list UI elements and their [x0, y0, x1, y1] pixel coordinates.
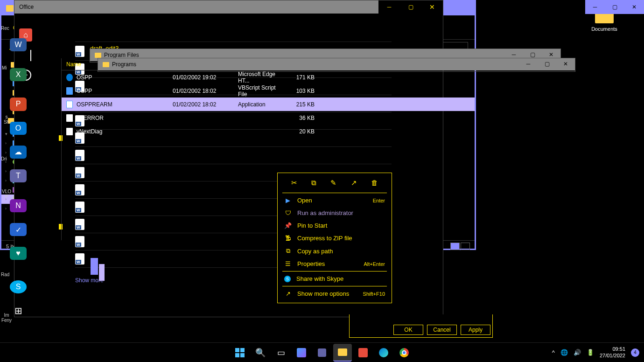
- start-button[interactable]: [231, 344, 249, 362]
- tray-network-icon[interactable]: 🌐: [560, 349, 568, 356]
- window-title: Programs: [112, 61, 136, 68]
- file-row[interactable]: vNextDiag 20 KB: [62, 125, 475, 138]
- file-icon: [66, 87, 73, 95]
- file-icon: [66, 128, 73, 135]
- word-app-icon[interactable]: W: [10, 38, 27, 51]
- skype-app-icon[interactable]: S: [10, 280, 27, 293]
- file-name: OSPP: [77, 74, 92, 81]
- file-row[interactable]: SLERROR 36 KB: [62, 111, 475, 125]
- minimize-button[interactable]: ─: [519, 58, 538, 70]
- dock-label: VLOP: [0, 189, 13, 199]
- onedrive-app-icon[interactable]: ☁: [10, 146, 27, 159]
- ctx-show-more[interactable]: ↗Show more optionsShift+F10: [278, 287, 392, 300]
- app-taskbar-button[interactable]: [354, 344, 372, 362]
- ctx-properties[interactable]: ☰PropertiesAlt+Enter: [278, 258, 392, 270]
- file-date: 01/02/2002 18:02: [168, 101, 233, 108]
- file-type: Application: [233, 101, 286, 108]
- file-name: SLERROR: [77, 115, 104, 121]
- titlebar[interactable]: Programs: [98, 58, 575, 70]
- minimize-button[interactable]: ─: [378, 0, 400, 14]
- word-icon: [75, 253, 84, 265]
- folder-icon: [103, 62, 109, 67]
- rename-icon[interactable]: ✎: [330, 179, 336, 187]
- file-name: OSPPREARM: [77, 101, 112, 108]
- window-edge: [91, 258, 98, 275]
- programs-window: Programs ─▢✕: [98, 58, 575, 72]
- file-row[interactable]: OSPP 01/02/2002 19:02 Microsoft Edge HT.…: [62, 70, 475, 84]
- dock-label: Rad: [1, 272, 9, 277]
- family-app-icon[interactable]: ♥: [10, 247, 27, 260]
- maximize-button[interactable]: ▢: [605, 0, 624, 14]
- dock-label: ImFeny: [0, 313, 13, 323]
- task-view-button[interactable]: ▭: [272, 344, 290, 362]
- file-name: vNextDiag: [77, 128, 102, 135]
- ctx-open[interactable]: ▶OpenEnter: [278, 194, 392, 207]
- cancel-button[interactable]: Cancel: [427, 325, 457, 335]
- dock-label: Mi: [2, 65, 7, 70]
- folder-icon: [95, 53, 101, 58]
- cut-icon[interactable]: ✂: [291, 179, 297, 187]
- dock-label: Dri: [1, 156, 7, 161]
- file-list: Name▲ Date modified Type Size OSPP 01/02…: [61, 58, 475, 240]
- file-size: 36 KB: [286, 115, 319, 121]
- dialog-border: [349, 314, 493, 323]
- file-date: 01/02/2002 19:02: [168, 74, 233, 81]
- search-button[interactable]: 🔍: [251, 344, 270, 362]
- ok-button[interactable]: OK: [393, 325, 423, 335]
- window-edge: [99, 264, 105, 281]
- file-icon: [66, 74, 73, 81]
- widgets-button[interactable]: [292, 344, 311, 362]
- context-menu: ✂ ⧉ ✎ ↗ 🗑 ▶OpenEnter 🛡Run as administrat…: [277, 173, 392, 303]
- icons-view-button[interactable]: [461, 243, 470, 250]
- teams-app-icon[interactable]: T: [10, 169, 27, 182]
- excel-app-icon[interactable]: X: [10, 68, 27, 81]
- tray-battery-icon[interactable]: 🔋: [587, 349, 594, 356]
- file-type: VBScript Script File: [233, 84, 286, 97]
- tray-chevron-icon[interactable]: ^: [552, 349, 555, 356]
- close-button[interactable]: ✕: [556, 58, 575, 70]
- details-view-button[interactable]: [450, 243, 460, 250]
- file-size: 20 KB: [286, 128, 319, 135]
- dialog-buttons: OK Cancel Apply: [349, 323, 493, 338]
- apply-button[interactable]: Apply: [461, 325, 490, 335]
- close-button[interactable]: ✕: [624, 0, 644, 14]
- word-icon: [75, 46, 84, 57]
- window-title: Program Files: [104, 52, 139, 58]
- notification-badge[interactable]: 4: [631, 348, 639, 357]
- chat-button[interactable]: [313, 344, 331, 362]
- edge-taskbar-button[interactable]: [374, 344, 393, 362]
- chrome-taskbar-button[interactable]: [395, 344, 413, 362]
- ctx-copy-path[interactable]: ⧉Copy as path: [278, 244, 392, 258]
- clock[interactable]: 09:51 27/01/2022: [600, 346, 625, 358]
- ctx-run-admin[interactable]: 🛡Run as administrator: [278, 207, 392, 219]
- file-icon: [66, 114, 73, 122]
- maximize-button[interactable]: ▢: [400, 0, 421, 14]
- todo-app-icon[interactable]: ✓: [10, 223, 27, 236]
- file-size: 171 KB: [286, 74, 319, 81]
- time: 09:51: [600, 346, 625, 352]
- file-size: 215 KB: [286, 101, 319, 108]
- delete-icon[interactable]: 🗑: [371, 179, 378, 187]
- file-icon: [66, 101, 73, 108]
- maximize-button[interactable]: ▢: [538, 58, 556, 70]
- tray-volume-icon[interactable]: 🔊: [574, 349, 581, 356]
- share-icon[interactable]: ↗: [351, 179, 357, 187]
- ctx-compress[interactable]: 🗜Compress to ZIP file: [278, 232, 392, 244]
- dock-label: Rec: [1, 26, 9, 31]
- desktop-label: Documents: [591, 26, 617, 32]
- onenote-app-icon[interactable]: N: [10, 199, 27, 212]
- close-button[interactable]: ✕: [421, 0, 443, 14]
- outlook-app-icon[interactable]: O: [10, 122, 27, 135]
- ctx-pin-start[interactable]: 📌Pin to Start: [278, 219, 392, 232]
- ctx-share-skype[interactable]: SShare with Skype: [278, 272, 392, 285]
- file-row[interactable]: OSPP 01/02/2002 18:02 VBScript Script Fi…: [62, 84, 475, 97]
- powerpoint-app-icon[interactable]: P: [10, 97, 27, 111]
- file-type: Microsoft Edge HT...: [233, 71, 286, 84]
- date: 27/01/2022: [600, 353, 625, 359]
- file-size: 103 KB: [286, 88, 319, 94]
- file-row[interactable]: OSPPREARM 01/02/2002 18:02 Application 2…: [62, 97, 475, 111]
- dock-label: sSh: [2, 114, 11, 125]
- minimize-button[interactable]: ─: [585, 0, 605, 14]
- copy-icon[interactable]: ⧉: [311, 179, 316, 187]
- explorer-taskbar-button[interactable]: [333, 344, 352, 362]
